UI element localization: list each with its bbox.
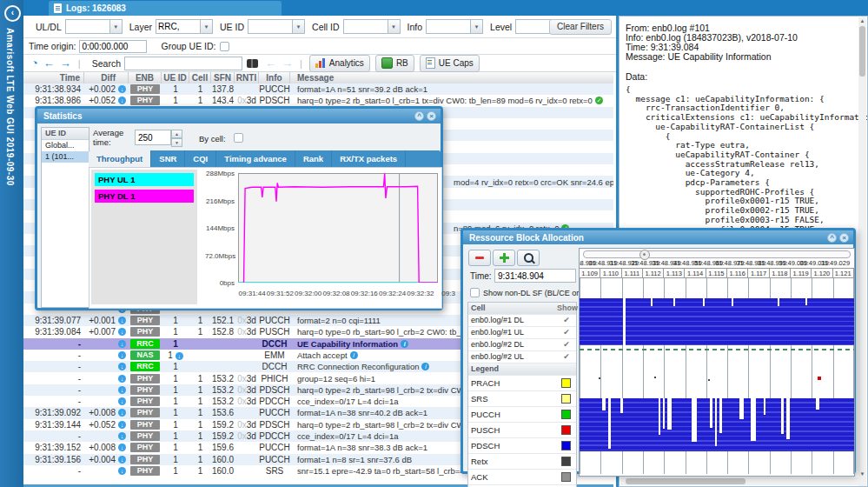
- filter-input-0[interactable]: [65, 19, 109, 34]
- follow-arrow-icon[interactable]: ↓: [118, 467, 126, 475]
- column-header-ueid[interactable]: UE ID: [162, 72, 189, 83]
- rb-button[interactable]: RB: [375, 55, 414, 72]
- show-checkbox[interactable]: ✔: [557, 339, 576, 350]
- column-header-cell[interactable]: Cell: [189, 72, 211, 83]
- cell-sfn: 153.2: [211, 374, 235, 384]
- tab-throughput[interactable]: Throughput: [89, 150, 151, 167]
- follow-arrow-icon[interactable]: ↓: [118, 340, 126, 348]
- info-icon[interactable]: i: [401, 340, 408, 348]
- filter-input-2[interactable]: [248, 19, 292, 34]
- frame-label: 1.121: [833, 269, 854, 277]
- rb-collapse-icon[interactable]: ^: [827, 233, 837, 243]
- filter-input-3[interactable]: [343, 19, 388, 34]
- by-cell-checkbox[interactable]: [234, 133, 243, 143]
- follow-arrow-icon[interactable]: ↓: [118, 351, 126, 359]
- sidebar-expand-icon[interactable]: ‹: [4, 5, 21, 22]
- tab-rxtxpackets[interactable]: RX/TX packets: [332, 150, 406, 167]
- ue-caps-button[interactable]: UE Caps: [420, 55, 480, 72]
- show-nondl-checkbox[interactable]: [470, 288, 480, 297]
- show-checkbox[interactable]: ✔: [557, 351, 576, 363]
- ue-list-item[interactable]: Global...: [42, 140, 89, 151]
- info-icon[interactable]: i: [350, 351, 358, 359]
- history-icon[interactable]: ◔: [31, 57, 38, 70]
- cell-time: -: [23, 431, 84, 441]
- follow-arrow-icon[interactable]: ↓: [176, 352, 183, 360]
- vertical-scrollbar[interactable]: ▲ ▼: [858, 17, 866, 487]
- table-row[interactable]: 9:31:38.986+0.052↓PHY11143.40x3dPDSCHhar…: [23, 95, 613, 106]
- column-header-rnti[interactable]: RNTI: [235, 72, 259, 83]
- show-checkbox[interactable]: ✔: [557, 315, 576, 326]
- average-time-input[interactable]: [135, 130, 171, 145]
- inspect-button[interactable]: [517, 250, 540, 266]
- chevron-down-icon[interactable]: ▼: [200, 19, 213, 34]
- next-result-icon[interactable]: →: [282, 57, 293, 70]
- filter-input-1[interactable]: [156, 19, 200, 34]
- tab-cqi[interactable]: CQI: [185, 150, 216, 167]
- table-row[interactable]: 9:31:38.934+0.002↓PHY11137.8PUCCHformat=…: [23, 83, 613, 95]
- chevron-down-icon[interactable]: ▼: [388, 19, 401, 34]
- scroll-down-icon[interactable]: ▼: [858, 471, 866, 477]
- follow-arrow-icon[interactable]: ↓: [118, 375, 126, 383]
- follow-arrow-icon[interactable]: ↓: [118, 85, 126, 93]
- column-header-message[interactable]: Message: [290, 72, 613, 83]
- column-header-enb[interactable]: ENB: [129, 72, 162, 83]
- clear-filters-button[interactable]: Clear Filters: [549, 19, 612, 35]
- follow-arrow-icon[interactable]: ↓: [118, 432, 126, 440]
- follow-arrow-icon[interactable]: ↓: [118, 363, 126, 370]
- group-ue-checkbox[interactable]: [220, 42, 229, 51]
- chevron-down-icon[interactable]: ▼: [292, 19, 305, 34]
- ue-list-item[interactable]: 1 (101...: [42, 151, 89, 163]
- prev-result-icon[interactable]: ←: [265, 57, 276, 70]
- tab-rank[interactable]: Rank: [295, 150, 332, 167]
- rb-cell-row[interactable]: enb0.log/#1 DL✔: [468, 315, 576, 327]
- cell-arrow: ↓: [116, 340, 129, 348]
- enb-badge-phy: PHY: [130, 96, 160, 105]
- rb-close-icon[interactable]: ×: [839, 233, 849, 243]
- time-origin-input[interactable]: [79, 40, 147, 53]
- zoom-out-button[interactable]: [468, 250, 491, 266]
- follow-arrow-icon[interactable]: ↓: [118, 317, 126, 324]
- scroll-up-icon[interactable]: ▲: [858, 18, 866, 23]
- close-icon[interactable]: ×: [427, 111, 436, 121]
- info-icon[interactable]: i: [421, 363, 429, 370]
- column-header-time[interactable]: Time: [23, 72, 84, 83]
- rb-dialog-titlebar[interactable]: Ressource Block Allocation ^ ×: [463, 230, 853, 244]
- follow-arrow-icon[interactable]: ↓: [118, 328, 126, 336]
- zoom-in-button[interactable]: [493, 250, 515, 266]
- tab-snr[interactable]: SNR: [151, 150, 185, 167]
- spin-up-icon[interactable]: ▲: [171, 130, 182, 138]
- chevron-down-icon[interactable]: ▼: [109, 19, 123, 34]
- follow-arrow-icon[interactable]: ↓: [118, 444, 126, 451]
- spin-down-icon[interactable]: ▼: [171, 138, 182, 147]
- cell-enb: PHY: [129, 374, 162, 384]
- cell-diff: +0.001: [84, 316, 116, 325]
- column-header-sfn[interactable]: SFN: [211, 72, 235, 83]
- filter-input-4[interactable]: [426, 19, 470, 34]
- rb-cell-row[interactable]: enb0.log/#1 UL✔: [468, 327, 576, 339]
- rb-cell-row[interactable]: enb0.log/#2 DL✔: [468, 339, 576, 351]
- chevron-down-icon[interactable]: ▼: [470, 19, 483, 34]
- follow-arrow-icon[interactable]: ↓: [118, 386, 126, 394]
- statistics-dialog-titlebar[interactable]: Statistics ^ ×: [37, 109, 441, 123]
- tab-logs[interactable]: Logs: 1626083: [49, 1, 282, 16]
- rb-cell-row[interactable]: enb0.log/#2 UL✔: [468, 351, 576, 364]
- follow-arrow-icon[interactable]: ↓: [118, 397, 126, 405]
- forward-icon[interactable]: →: [60, 57, 71, 70]
- collapse-icon[interactable]: ^: [414, 111, 424, 121]
- search-input[interactable]: [124, 57, 242, 70]
- back-icon[interactable]: ←: [43, 57, 55, 70]
- column-header-diff[interactable]: Diff: [84, 72, 129, 83]
- follow-arrow-icon[interactable]: ↓: [118, 97, 126, 104]
- rb-zoom-slider[interactable]: [583, 250, 851, 258]
- rb-time-input[interactable]: [494, 269, 576, 283]
- tab-timingadvance[interactable]: Timing advance: [216, 150, 295, 167]
- show-checkbox[interactable]: ✔: [557, 327, 576, 338]
- follow-arrow-icon[interactable]: ↓: [118, 409, 126, 417]
- column-header-info[interactable]: Info: [259, 72, 290, 83]
- follow-arrow-icon[interactable]: ↓: [118, 456, 126, 464]
- binoculars-icon[interactable]: [247, 59, 258, 68]
- analytics-button[interactable]: Analytics: [309, 55, 370, 72]
- vertical-scroll-thumb[interactable]: [859, 26, 865, 77]
- follow-arrow-icon[interactable]: ↓: [118, 421, 126, 429]
- message-text: snr=15.1 epre=-42.9 ta=0 rb_start=58 l_c…: [297, 466, 465, 476]
